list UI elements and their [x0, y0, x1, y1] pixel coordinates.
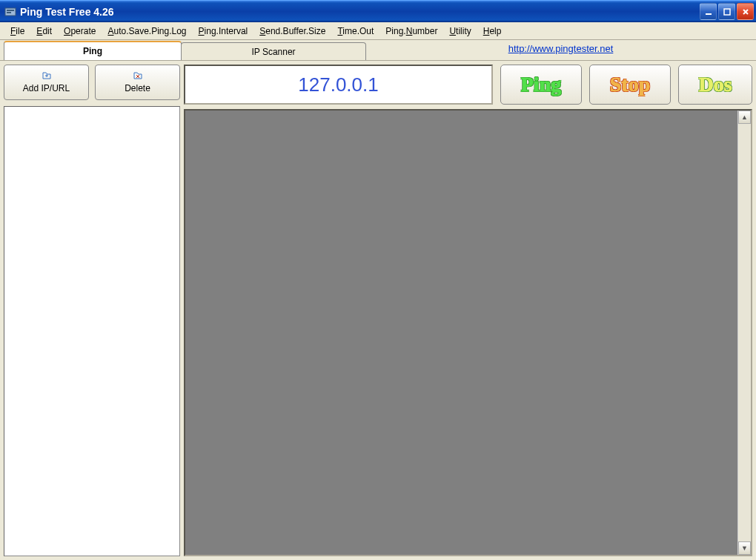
stop-button[interactable]: Stop [589, 65, 671, 105]
ip-list[interactable] [4, 106, 180, 556]
delete-button[interactable]: Delete [95, 65, 180, 100]
svg-rect-4 [724, 9, 730, 15]
menu-operate[interactable]: Operate [58, 24, 102, 38]
results-area: ▲ ▼ [184, 109, 752, 556]
menu-autosave[interactable]: Auto.Save.Ping.Log [102, 24, 192, 38]
results-grid[interactable] [185, 111, 737, 555]
close-button[interactable] [737, 3, 754, 20]
svg-rect-3 [706, 13, 712, 15]
app-icon [4, 6, 16, 18]
ping-button[interactable]: Ping [500, 65, 582, 105]
svg-rect-2 [7, 12, 11, 13]
stop-button-label: Stop [610, 73, 650, 96]
menu-timeout[interactable]: Time.Out [331, 24, 379, 38]
menu-file-label: ile [16, 26, 24, 36]
delete-label: Delete [125, 83, 150, 93]
tab-ping[interactable]: Ping [4, 41, 182, 60]
tab-row: Ping IP Scanner http://www.pingtester.ne… [0, 40, 756, 61]
left-panel: Add IP/URL Delete [4, 65, 180, 556]
titlebar: Ping Test Free 4.26 [0, 0, 756, 22]
content-area: Add IP/URL Delete 127.0.0.1 Ping Stop [0, 61, 756, 560]
menu-number[interactable]: Ping.Number [379, 24, 443, 38]
menu-help[interactable]: Help [477, 24, 508, 38]
dos-button[interactable]: Dos [678, 65, 752, 105]
window-title: Ping Test Free 4.26 [20, 6, 114, 18]
menu-edit[interactable]: Edit [30, 24, 58, 38]
menubar: File Edit Operate Auto.Save.Ping.Log Pin… [0, 22, 756, 40]
ping-button-label: Ping [521, 73, 561, 96]
scroll-up-icon[interactable]: ▲ [738, 111, 751, 124]
scroll-down-icon[interactable]: ▼ [738, 541, 751, 555]
tab-ping-label: Ping [83, 46, 102, 56]
ip-input-value: 127.0.0.1 [298, 73, 378, 96]
tab-ip-scanner-label: IP Scanner [251, 47, 295, 57]
minimize-button[interactable] [700, 3, 717, 20]
tab-ip-scanner[interactable]: IP Scanner [181, 42, 366, 60]
ip-input[interactable]: 127.0.0.1 [184, 65, 493, 105]
menu-buffer[interactable]: Send.Buffer.Size [253, 24, 331, 38]
menu-utility[interactable]: Utility [443, 24, 477, 38]
delete-icon [133, 71, 143, 82]
menu-file[interactable]: File [4, 24, 30, 38]
add-ip-url-label: Add IP/URL [23, 83, 70, 93]
dos-button-label: Dos [698, 73, 732, 96]
svg-rect-1 [7, 10, 14, 11]
vertical-scrollbar[interactable]: ▲ ▼ [737, 111, 751, 555]
right-panel: 127.0.0.1 Ping Stop Dos ▲ ▼ [184, 65, 752, 556]
website-link[interactable]: http://www.pingtester.net [508, 43, 614, 54]
add-icon [42, 71, 52, 82]
menu-interval[interactable]: Ping.Interval [193, 24, 254, 38]
add-ip-url-button[interactable]: Add IP/URL [4, 65, 89, 100]
maximize-button[interactable] [718, 3, 735, 20]
